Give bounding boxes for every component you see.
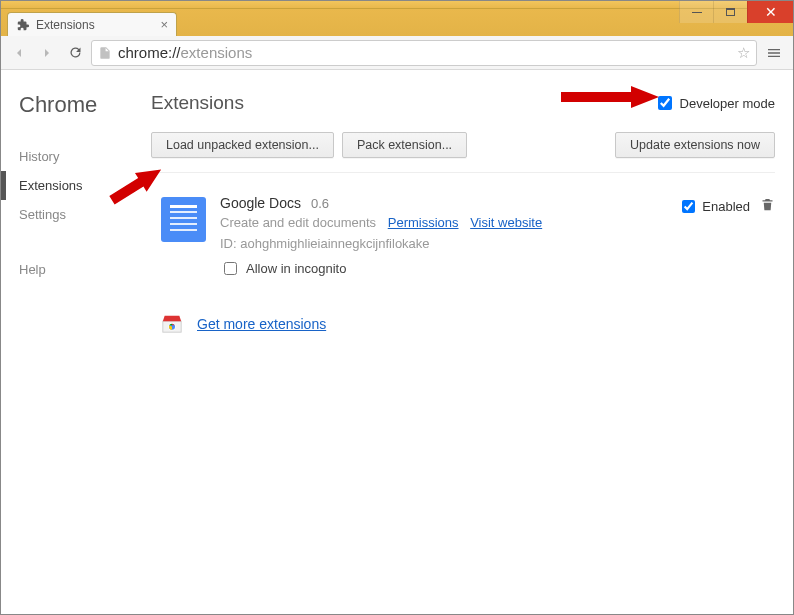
reload-button[interactable] [63,41,87,65]
enabled-checkbox[interactable] [682,200,695,213]
main-panel: Extensions Developer mode Load unpacked … [151,70,793,614]
tab-strip: Extensions × ✕ [1,9,793,36]
back-button[interactable] [7,41,31,65]
extension-row: Google Docs 0.6 Create and edit document… [151,189,775,284]
pack-extension-button[interactable]: Pack extension... [342,132,467,158]
page-icon [98,46,112,60]
extension-name: Google Docs [220,195,301,211]
allow-incognito-toggle[interactable]: Allow in incognito [220,259,664,278]
sidebar-item-extensions[interactable]: Extensions [1,171,151,200]
window-maximize-button[interactable] [713,1,747,23]
tab-title: Extensions [36,18,95,32]
developer-mode-checkbox[interactable] [658,96,672,110]
update-extensions-button[interactable]: Update extensions now [615,132,775,158]
browser-tab[interactable]: Extensions × [7,12,177,36]
app-brand: Chrome [19,92,151,118]
sidebar: Chrome History Extensions Settings Help [1,70,151,614]
page-title: Extensions [151,92,244,114]
chrome-web-store-icon [161,312,185,336]
extension-description: Create and edit documents [220,215,376,230]
main-header: Extensions Developer mode [151,92,775,114]
page-content: Chrome History Extensions Settings Help … [1,70,793,614]
window-titlebar [1,1,793,9]
trash-icon[interactable] [760,197,775,216]
sidebar-item-history[interactable]: History [19,142,151,171]
developer-mode-toggle[interactable]: Developer mode [654,93,775,113]
sidebar-item-settings[interactable]: Settings [19,200,151,229]
window-close-button[interactable]: ✕ [747,1,793,23]
get-more-extensions: Get more extensions [151,312,775,336]
developer-button-row: Load unpacked extension... Pack extensio… [151,132,775,173]
developer-mode-label: Developer mode [680,96,775,111]
sidebar-item-help[interactable]: Help [19,255,151,284]
enabled-label: Enabled [702,199,750,214]
tab-close-icon[interactable]: × [160,17,168,32]
forward-button[interactable] [35,41,59,65]
extension-app-icon [161,197,206,242]
allow-incognito-label: Allow in incognito [246,261,346,276]
puzzle-piece-icon [16,18,30,32]
chrome-menu-button[interactable] [761,40,787,66]
extension-id: ID: aohghmighlieiainnegkcijnfilokake [220,236,664,251]
bookmark-star-icon[interactable]: ☆ [737,44,750,62]
visit-website-link[interactable]: Visit website [470,215,542,230]
window-controls: ✕ [679,1,793,23]
browser-toolbar: chrome://extensions ☆ [1,36,793,70]
permissions-link[interactable]: Permissions [388,215,459,230]
url-text: chrome://extensions [118,44,731,61]
extension-version: 0.6 [311,196,329,211]
address-bar[interactable]: chrome://extensions ☆ [91,40,757,66]
get-more-extensions-link[interactable]: Get more extensions [197,316,326,332]
allow-incognito-checkbox[interactable] [224,262,237,275]
window-minimize-button[interactable] [679,1,713,23]
enabled-toggle[interactable]: Enabled [678,197,750,216]
load-unpacked-button[interactable]: Load unpacked extension... [151,132,334,158]
